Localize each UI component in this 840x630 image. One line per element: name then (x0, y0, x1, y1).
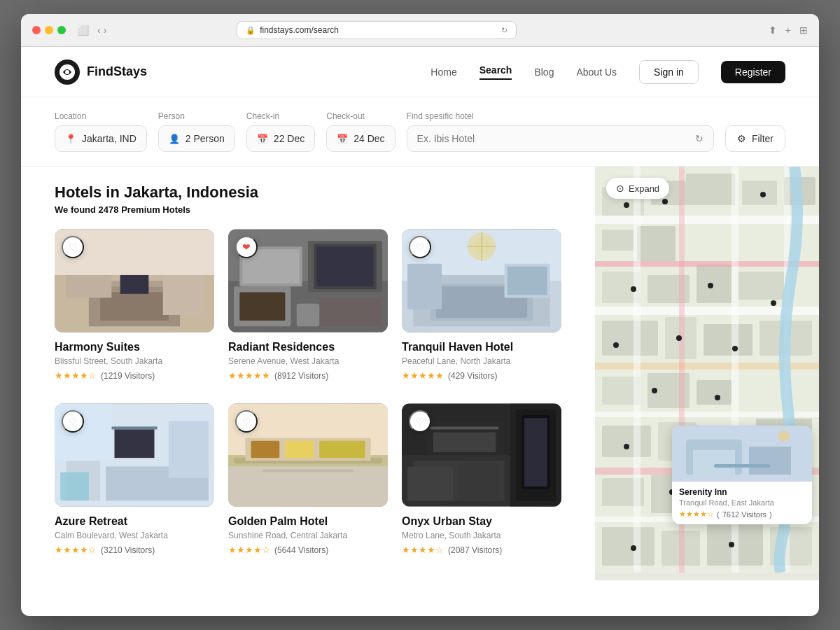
svg-point-127 (729, 542, 734, 547)
hotel-stars: ★★★★☆ (55, 545, 97, 555)
svg-rect-86 (696, 380, 732, 405)
svg-rect-78 (696, 265, 732, 303)
popup-name: Serenity Inn (679, 487, 805, 497)
location-field: Location 📍 Jakarta, IND (55, 111, 147, 152)
expand-button[interactable]: ⊙ Expand (606, 178, 669, 199)
nav-blog[interactable]: Blog (534, 66, 554, 78)
svg-point-120 (715, 395, 720, 400)
svg-rect-61 (524, 418, 547, 486)
hotel-address: Serene Avenue, West Jakarta (228, 356, 388, 366)
svg-point-119 (652, 388, 657, 393)
hotel-rating: ★★★★★ (8912 Visitors) (228, 370, 388, 381)
hotel-image-wrap: ♡ (228, 403, 388, 507)
filter-label: Filter (752, 133, 774, 144)
hotel-stars: ★★★★☆ (228, 545, 270, 555)
url-bar[interactable]: 🔒 findstays.com/search ↻ (237, 21, 517, 39)
hotel-name: Onyx Urban Stay (402, 515, 561, 528)
svg-point-111 (662, 199, 668, 204)
signin-button[interactable]: Sign in (639, 60, 699, 84)
calendar-out-icon: 📅 (337, 134, 348, 144)
main-content: Hotels in Jakarta, Indonesia We found 24… (21, 167, 819, 580)
hotel-card[interactable]: ♡ Azure Retreat Calm Boulevard, West Jak… (55, 403, 214, 564)
sidebar-icon[interactable]: ⊞ (799, 24, 808, 36)
location-input[interactable]: 📍 Jakarta, IND (55, 125, 147, 152)
map-popup: Serenity Inn Tranquil Road, East Jakarta… (672, 426, 812, 524)
back-button[interactable]: ‹ (97, 24, 101, 36)
results-title: Hotels in Jakarta, Indonesia (55, 183, 561, 202)
maximize-button[interactable] (57, 26, 66, 34)
favorite-button[interactable]: ♡ (409, 410, 431, 433)
checkout-input[interactable]: 📅 24 Dec (326, 125, 395, 152)
share-icon[interactable]: ⬆ (769, 24, 777, 36)
checkout-value: 24 Dec (354, 133, 384, 144)
svg-rect-95 (602, 527, 654, 566)
register-button[interactable]: Register (721, 61, 785, 83)
hotel-address: Peaceful Lane, North Jakarta (402, 356, 561, 366)
svg-rect-55 (262, 470, 354, 472)
forward-button[interactable]: › (104, 24, 107, 36)
close-button[interactable] (32, 26, 41, 34)
find-label: Find spesific hotel (407, 111, 714, 121)
svg-rect-87 (602, 426, 651, 457)
hotel-image-wrap: ♡ (55, 229, 214, 332)
favorite-button[interactable]: ♡ (62, 236, 84, 258)
svg-rect-82 (704, 324, 752, 356)
browser-window: ⬜ ‹ › 🔒 findstays.com/search ↻ ⬆ + ⊞ (21, 14, 819, 616)
svg-point-115 (771, 300, 776, 306)
svg-point-1 (65, 70, 69, 74)
checkin-label: Check-in (246, 111, 315, 121)
svg-rect-52 (285, 441, 314, 458)
favorite-button[interactable]: ♡ (409, 236, 431, 258)
minimize-button[interactable] (45, 26, 53, 34)
svg-rect-9 (120, 274, 149, 294)
svg-point-118 (732, 346, 738, 351)
hotel-info: Golden Palm Hotel Sunshine Road, Central… (228, 507, 388, 564)
hotel-card[interactable]: ♡ Tranquil Haven Hotel Peaceful Lane, No… (402, 229, 561, 389)
hotel-rating: ★★★★☆ (1219 Visitors) (55, 370, 214, 381)
hotel-name: Azure Retreat (55, 515, 214, 528)
popup-address: Tranquil Road, East Jakarta (679, 498, 805, 507)
favorite-button[interactable]: ♡ (62, 410, 84, 433)
person-input[interactable]: 👤 2 Person (158, 125, 235, 152)
favorite-button[interactable]: ♡ (235, 410, 258, 433)
results-count: 2478 (99, 204, 119, 215)
svg-rect-66 (430, 427, 499, 430)
svg-rect-51 (251, 441, 280, 458)
checkin-input[interactable]: 📅 22 Dec (246, 125, 315, 152)
hotel-card[interactable]: ♡ Golden Palm Hotel Sunshine Road, Centr… (228, 403, 388, 564)
svg-rect-34 (507, 267, 547, 295)
checkin-field: Check-in 📅 22 Dec (246, 111, 315, 152)
filter-icon: ⚙ (737, 133, 746, 144)
hotel-rating: ★★★★☆ (5644 Visitors) (228, 545, 388, 555)
checkout-label: Check-out (326, 111, 395, 121)
hotel-card[interactable]: ❤ Radiant Residences Serene Avenue, West… (228, 229, 388, 389)
svg-rect-35 (407, 264, 442, 309)
refresh-search-icon[interactable]: ↻ (695, 133, 704, 144)
svg-point-110 (624, 202, 629, 208)
tab-icon: ⬜ (77, 24, 89, 36)
logo[interactable]: FindStays (55, 59, 147, 85)
nav-about[interactable]: About Us (576, 66, 617, 78)
popup-visitor-count: 7612 Visitors (722, 510, 766, 519)
add-tab-icon[interactable]: + (785, 24, 791, 36)
refresh-icon[interactable]: ↻ (501, 26, 507, 35)
search-bar: Location 📍 Jakarta, IND Person 👤 2 Perso… (21, 97, 819, 167)
nav-home[interactable]: Home (430, 66, 456, 78)
find-hotel-input[interactable] (417, 133, 690, 144)
hotel-info: Tranquil Haven Hotel Peaceful Lane, Nort… (402, 332, 561, 389)
nav-search[interactable]: Search (479, 64, 512, 80)
hotel-name: Harmony Suites (55, 341, 214, 354)
hotel-address: Metro Lane, South Jakarta (402, 531, 561, 540)
hotel-card[interactable]: ♡ Harmony Suites Blissful Street, South … (55, 229, 214, 389)
svg-rect-67 (433, 433, 496, 453)
favorite-button[interactable]: ❤ (235, 236, 258, 258)
filter-button[interactable]: ⚙ Filter (725, 125, 785, 152)
person-icon: 👤 (169, 134, 180, 144)
svg-rect-19 (316, 246, 373, 286)
hotel-rating: ★★★★☆ (2087 Visitors) (402, 545, 561, 555)
hotel-stars: ★★★★★ (402, 370, 444, 381)
popup-visitors: ( (717, 510, 720, 519)
hotel-card[interactable]: ♡ Onyx Urban Stay Metro Lane, South Jaka… (402, 403, 561, 564)
hotel-info: Azure Retreat Calm Boulevard, West Jakar… (55, 507, 214, 564)
svg-rect-106 (634, 167, 640, 573)
